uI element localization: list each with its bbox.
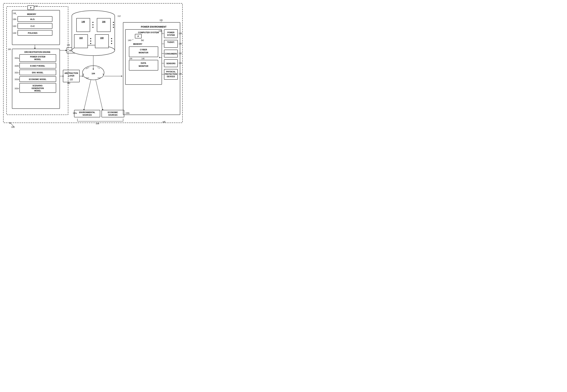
svg-rect-85 (95, 35, 109, 48)
physical-protection-label: PHYSICAL (166, 71, 176, 73)
svg-point-75 (92, 24, 94, 25)
ref164-label: 164 (79, 37, 83, 39)
orchestration-label: ORCHESTRATION ENGINE (24, 51, 50, 53)
svg-text:DEVICES: DEVICES (167, 76, 175, 78)
svg-text:130: 130 (179, 43, 182, 45)
svg-text:126: 126 (67, 44, 70, 46)
network-label: 104 (92, 72, 95, 75)
svg-text:110: 110 (70, 78, 73, 80)
svg-text:GENERATION: GENERATION (31, 87, 44, 89)
svg-point-78 (113, 22, 114, 23)
svg-text:128: 128 (179, 32, 182, 35)
svg-text:MONITOR: MONITOR (139, 65, 148, 67)
svg-point-86 (111, 38, 112, 39)
svg-text:PROTECTION: PROTECTION (165, 73, 177, 75)
alg-label: ALG. (30, 18, 35, 20)
svg-text:138: 138 (159, 30, 162, 32)
cyber-monitor-label: CYBER (140, 49, 147, 51)
svg-rect-133 (102, 110, 124, 117)
svg-text:114: 114 (35, 5, 38, 7)
svg-text:134: 134 (179, 62, 182, 64)
svg-rect-77 (97, 18, 111, 32)
economic-model-label: ECONOMIC MODEL (29, 78, 46, 80)
svg-text:MONITOR: MONITOR (139, 52, 148, 54)
ref-100: 100 (11, 126, 14, 128)
svg-text:150: 150 (162, 121, 166, 123)
svg-text:144: 144 (129, 58, 132, 60)
svg-text:132: 132 (179, 52, 182, 55)
economic-sources-label: ECONOMIC (108, 112, 118, 113)
svg-text:MODEL: MODEL (34, 90, 41, 92)
svg-rect-3 (7, 7, 68, 115)
environmental-sources-label: ENVIRONMENTAL (79, 112, 95, 113)
svg-point-79 (113, 24, 114, 25)
svg-marker-2 (9, 122, 11, 124)
svg-text:SYSTEM: SYSTEM (167, 34, 175, 36)
svg-line-18 (34, 7, 34, 8)
consumers-label: CONSUMERS (165, 53, 177, 55)
memory2-label: MEMORY (133, 43, 142, 45)
sensors-label: SENSORS (166, 62, 176, 65)
ref148-label: 148 (82, 21, 85, 23)
b-and-p-model-label: B AND P MODEL (30, 65, 45, 67)
svg-point-83 (90, 41, 91, 42)
memory-label: MEMORY (27, 13, 36, 15)
svg-point-82 (90, 38, 91, 39)
svg-line-64 (96, 80, 103, 110)
cc-label: C+C (31, 25, 35, 27)
svg-text:MODEL: MODEL (34, 58, 41, 60)
p1-label: P (30, 7, 31, 9)
svg-rect-91 (123, 22, 180, 115)
svg-text:118: 118 (13, 12, 16, 14)
policies-label: POLICIES (28, 32, 37, 34)
svg-text:SOURCES: SOURCES (108, 114, 118, 116)
svg-marker-128 (159, 57, 160, 58)
power-system-label: POWER (167, 31, 175, 34)
svg-rect-81 (74, 35, 88, 48)
svg-point-74 (92, 22, 94, 23)
svg-point-87 (111, 41, 112, 42)
svg-line-63 (84, 80, 91, 110)
ref108-label: 108 (96, 122, 99, 125)
computer-system-label: COMPUTER SYSTEM (138, 31, 159, 34)
svg-text:142: 142 (141, 39, 144, 42)
svg-text:160: 160 (8, 48, 11, 50)
svg-text:SOURCES: SOURCES (83, 114, 92, 116)
svg-rect-108 (164, 29, 178, 38)
ref166-label: 166 (102, 21, 105, 23)
svg-rect-4 (12, 10, 60, 45)
p2-label: P (138, 35, 139, 38)
svg-text:162b: 162b (14, 65, 19, 67)
svg-text:108b: 108b (125, 112, 130, 114)
svg-text:108a: 108a (73, 112, 77, 114)
svg-marker-62 (121, 75, 122, 77)
svg-text:106: 106 (160, 19, 163, 21)
power-system-model-label: POWER SYSTEM (30, 56, 45, 58)
svg-text:136: 136 (179, 73, 182, 75)
power-environment-label: POWER ENVIRONMENT (141, 26, 166, 28)
abstraction-label: ABSTRACTION (65, 72, 78, 74)
ref168-label: 168 (100, 37, 104, 39)
svg-point-76 (92, 27, 94, 28)
svg-rect-10 (18, 23, 52, 28)
svg-point-80 (113, 27, 114, 28)
svg-point-58 (96, 72, 103, 77)
svg-rect-73 (77, 18, 90, 32)
svg-text:LAYER: LAYER (68, 75, 75, 77)
svg-marker-60 (82, 75, 83, 77)
svg-rect-23 (20, 55, 56, 62)
svg-point-88 (111, 43, 112, 44)
svg-text:162e: 162e (14, 87, 19, 90)
diagram-svg: 100 MEMORY 118 ALG. 120 C+C 122 POLICIES… (0, 0, 187, 129)
data-monitor-label: DATA (141, 62, 146, 64)
env-model-label: ENV. MODEL (32, 72, 43, 74)
svg-text:140: 140 (128, 39, 131, 42)
svg-text:162d: 162d (14, 78, 19, 80)
tx-dist-label: TX/DIST. (167, 41, 175, 43)
svg-text:162c: 162c (14, 72, 19, 74)
svg-rect-129 (74, 110, 100, 117)
svg-text:112: 112 (118, 15, 121, 17)
svg-line-99 (131, 39, 134, 41)
scenario-model-label: SCENARIO- (32, 85, 43, 87)
diagram: 100 MEMORY 118 ALG. 120 C+C 122 POLICIES… (0, 0, 187, 129)
